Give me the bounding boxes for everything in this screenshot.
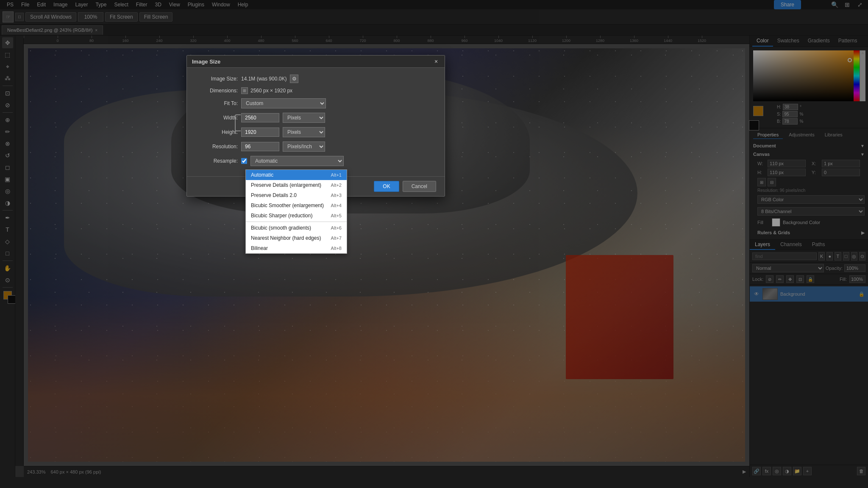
- dropdown-item-nearest-neighbor[interactable]: Nearest Neighbor (hard edges) Alt+7: [246, 233, 347, 243]
- resolution-row: Resolution: Pixels/Inch Pixels/cm: [195, 141, 436, 152]
- dropdown-item-bilinear[interactable]: Bilinear Alt+8: [246, 243, 347, 253]
- dimensions-value: 2560 px × 1920 px: [250, 88, 292, 94]
- dimensions-value-row: ⊞ 2560 px × 1920 px: [241, 87, 292, 94]
- dimensions-icon[interactable]: ⊞: [241, 87, 248, 94]
- image-size-gear[interactable]: ⚙: [290, 75, 298, 83]
- ok-button[interactable]: OK: [374, 181, 399, 192]
- height-row: Height: Pixels Percent Inches: [195, 127, 436, 137]
- fit-to-label: Fit To:: [195, 100, 238, 106]
- dimensions-row: Dimensions: ⊞ 2560 px × 1920 px: [195, 87, 436, 94]
- chain-link-icon: [235, 113, 241, 134]
- height-label: Height:: [195, 129, 238, 135]
- dropdown-item-preserve-details-20[interactable]: Preserve Details 2.0 Alt+3: [246, 190, 347, 200]
- cancel-button[interactable]: Cancel: [403, 181, 436, 192]
- modal-title: Image Size: [192, 58, 220, 65]
- dropdown-item-bicubic-smooth[interactable]: Bicubic (smooth gradients) Alt+6: [246, 223, 347, 233]
- dropdown-divider: [246, 222, 347, 222]
- modal-title-bar: Image Size ×: [187, 55, 445, 68]
- modal-body: Image Size: 14.1M (was 900.0K) ⚙ Dimensi…: [187, 68, 445, 176]
- image-size-label: Image Size:: [195, 76, 238, 82]
- modal-close-button[interactable]: ×: [433, 58, 440, 65]
- image-size-value: 14.1M (was 900.0K): [241, 76, 287, 82]
- resolution-input[interactable]: [241, 142, 279, 151]
- resample-row: Resample: Automatic: [195, 156, 436, 166]
- resolution-label: Resolution:: [195, 144, 238, 150]
- fit-to-select[interactable]: Custom: [241, 98, 326, 108]
- modal-overlay: Image Size × Image Size: 14.1M (was 900.…: [0, 0, 868, 488]
- resample-select[interactable]: Automatic: [250, 156, 344, 166]
- resolution-unit-select[interactable]: Pixels/Inch Pixels/cm: [283, 141, 325, 152]
- dropdown-item-preserve-details[interactable]: Preserve Details (enlargement) Alt+2: [246, 180, 347, 190]
- resample-dropdown-menu: Automatic Alt+1 Preserve Details (enlarg…: [245, 169, 347, 254]
- image-size-row: Image Size: 14.1M (was 900.0K) ⚙: [195, 75, 436, 83]
- width-row: Width: Pixels Percent Inches: [195, 113, 436, 123]
- width-unit-select[interactable]: Pixels Percent Inches: [283, 113, 325, 123]
- fit-to-row: Fit To: Custom: [195, 98, 436, 108]
- dropdown-item-automatic[interactable]: Automatic Alt+1: [246, 170, 347, 180]
- dimensions-label: Dimensions:: [195, 88, 238, 94]
- width-height-section: Width: Pixels Percent Inches Height:: [195, 113, 436, 137]
- width-input[interactable]: [241, 113, 279, 122]
- height-input[interactable]: [241, 128, 279, 137]
- width-label: Width:: [195, 115, 238, 121]
- resample-label: Resample:: [195, 158, 238, 164]
- image-size-modal: Image Size × Image Size: 14.1M (was 900.…: [186, 55, 445, 197]
- dropdown-item-bicubic-sharper[interactable]: Bicubic Sharper (reduction) Alt+5: [246, 211, 347, 221]
- resample-checkbox[interactable]: [241, 158, 247, 164]
- dropdown-item-bicubic-smoother[interactable]: Bicubic Smoother (enlargement) Alt+4: [246, 200, 347, 211]
- height-unit-select[interactable]: Pixels Percent Inches: [283, 127, 325, 137]
